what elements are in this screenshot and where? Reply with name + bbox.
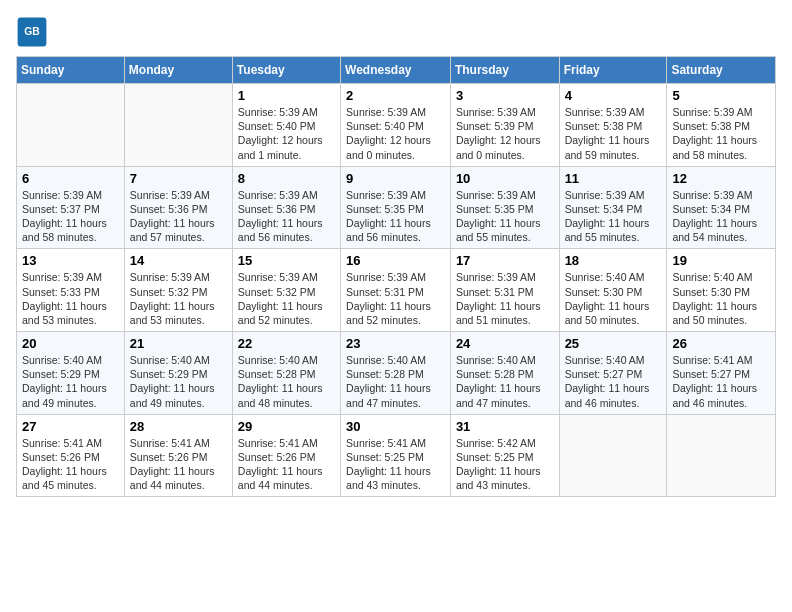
day-info: Sunrise: 5:40 AM Sunset: 5:28 PM Dayligh… <box>346 353 445 410</box>
day-info: Sunrise: 5:40 AM Sunset: 5:28 PM Dayligh… <box>238 353 335 410</box>
day-of-week-header: Wednesday <box>341 57 451 84</box>
calendar-cell: 12Sunrise: 5:39 AM Sunset: 5:34 PM Dayli… <box>667 166 776 249</box>
calendar-cell <box>124 84 232 167</box>
day-info: Sunrise: 5:41 AM Sunset: 5:26 PM Dayligh… <box>22 436 119 493</box>
calendar-cell: 10Sunrise: 5:39 AM Sunset: 5:35 PM Dayli… <box>450 166 559 249</box>
calendar-week-row: 20Sunrise: 5:40 AM Sunset: 5:29 PM Dayli… <box>17 332 776 415</box>
day-number: 28 <box>130 419 227 434</box>
day-info: Sunrise: 5:40 AM Sunset: 5:28 PM Dayligh… <box>456 353 554 410</box>
day-info: Sunrise: 5:39 AM Sunset: 5:31 PM Dayligh… <box>456 270 554 327</box>
calendar-cell: 19Sunrise: 5:40 AM Sunset: 5:30 PM Dayli… <box>667 249 776 332</box>
day-info: Sunrise: 5:40 AM Sunset: 5:30 PM Dayligh… <box>565 270 662 327</box>
calendar-cell: 29Sunrise: 5:41 AM Sunset: 5:26 PM Dayli… <box>232 414 340 497</box>
calendar-cell: 9Sunrise: 5:39 AM Sunset: 5:35 PM Daylig… <box>341 166 451 249</box>
day-info: Sunrise: 5:39 AM Sunset: 5:40 PM Dayligh… <box>346 105 445 162</box>
day-number: 4 <box>565 88 662 103</box>
calendar-header-row: SundayMondayTuesdayWednesdayThursdayFrid… <box>17 57 776 84</box>
calendar-cell: 8Sunrise: 5:39 AM Sunset: 5:36 PM Daylig… <box>232 166 340 249</box>
calendar-cell: 21Sunrise: 5:40 AM Sunset: 5:29 PM Dayli… <box>124 332 232 415</box>
day-number: 18 <box>565 253 662 268</box>
calendar-cell: 28Sunrise: 5:41 AM Sunset: 5:26 PM Dayli… <box>124 414 232 497</box>
day-number: 15 <box>238 253 335 268</box>
day-info: Sunrise: 5:40 AM Sunset: 5:29 PM Dayligh… <box>130 353 227 410</box>
day-info: Sunrise: 5:40 AM Sunset: 5:30 PM Dayligh… <box>672 270 770 327</box>
day-info: Sunrise: 5:39 AM Sunset: 5:34 PM Dayligh… <box>565 188 662 245</box>
day-number: 31 <box>456 419 554 434</box>
calendar-cell: 31Sunrise: 5:42 AM Sunset: 5:25 PM Dayli… <box>450 414 559 497</box>
day-number: 10 <box>456 171 554 186</box>
day-number: 29 <box>238 419 335 434</box>
day-info: Sunrise: 5:39 AM Sunset: 5:39 PM Dayligh… <box>456 105 554 162</box>
day-number: 23 <box>346 336 445 351</box>
day-info: Sunrise: 5:39 AM Sunset: 5:31 PM Dayligh… <box>346 270 445 327</box>
calendar-cell: 5Sunrise: 5:39 AM Sunset: 5:38 PM Daylig… <box>667 84 776 167</box>
day-number: 11 <box>565 171 662 186</box>
day-of-week-header: Sunday <box>17 57 125 84</box>
day-of-week-header: Tuesday <box>232 57 340 84</box>
day-of-week-header: Friday <box>559 57 667 84</box>
day-of-week-header: Thursday <box>450 57 559 84</box>
calendar-cell: 3Sunrise: 5:39 AM Sunset: 5:39 PM Daylig… <box>450 84 559 167</box>
day-info: Sunrise: 5:40 AM Sunset: 5:27 PM Dayligh… <box>565 353 662 410</box>
day-info: Sunrise: 5:39 AM Sunset: 5:35 PM Dayligh… <box>346 188 445 245</box>
day-number: 30 <box>346 419 445 434</box>
calendar-cell: 22Sunrise: 5:40 AM Sunset: 5:28 PM Dayli… <box>232 332 340 415</box>
calendar-cell: 4Sunrise: 5:39 AM Sunset: 5:38 PM Daylig… <box>559 84 667 167</box>
day-info: Sunrise: 5:41 AM Sunset: 5:26 PM Dayligh… <box>130 436 227 493</box>
day-number: 5 <box>672 88 770 103</box>
day-number: 7 <box>130 171 227 186</box>
svg-text:GB: GB <box>24 26 40 37</box>
calendar-cell: 15Sunrise: 5:39 AM Sunset: 5:32 PM Dayli… <box>232 249 340 332</box>
day-info: Sunrise: 5:39 AM Sunset: 5:36 PM Dayligh… <box>238 188 335 245</box>
calendar-cell <box>559 414 667 497</box>
day-info: Sunrise: 5:40 AM Sunset: 5:29 PM Dayligh… <box>22 353 119 410</box>
calendar-cell: 24Sunrise: 5:40 AM Sunset: 5:28 PM Dayli… <box>450 332 559 415</box>
calendar-cell: 26Sunrise: 5:41 AM Sunset: 5:27 PM Dayli… <box>667 332 776 415</box>
day-number: 9 <box>346 171 445 186</box>
day-info: Sunrise: 5:41 AM Sunset: 5:25 PM Dayligh… <box>346 436 445 493</box>
day-number: 24 <box>456 336 554 351</box>
calendar-cell: 20Sunrise: 5:40 AM Sunset: 5:29 PM Dayli… <box>17 332 125 415</box>
calendar-cell: 16Sunrise: 5:39 AM Sunset: 5:31 PM Dayli… <box>341 249 451 332</box>
day-number: 1 <box>238 88 335 103</box>
day-number: 17 <box>456 253 554 268</box>
day-number: 8 <box>238 171 335 186</box>
calendar-cell: 30Sunrise: 5:41 AM Sunset: 5:25 PM Dayli… <box>341 414 451 497</box>
calendar-cell: 23Sunrise: 5:40 AM Sunset: 5:28 PM Dayli… <box>341 332 451 415</box>
day-number: 14 <box>130 253 227 268</box>
calendar-week-row: 1Sunrise: 5:39 AM Sunset: 5:40 PM Daylig… <box>17 84 776 167</box>
day-info: Sunrise: 5:39 AM Sunset: 5:38 PM Dayligh… <box>565 105 662 162</box>
calendar-cell: 17Sunrise: 5:39 AM Sunset: 5:31 PM Dayli… <box>450 249 559 332</box>
day-number: 2 <box>346 88 445 103</box>
day-info: Sunrise: 5:41 AM Sunset: 5:27 PM Dayligh… <box>672 353 770 410</box>
calendar-table: SundayMondayTuesdayWednesdayThursdayFrid… <box>16 56 776 497</box>
day-number: 20 <box>22 336 119 351</box>
calendar-cell: 18Sunrise: 5:40 AM Sunset: 5:30 PM Dayli… <box>559 249 667 332</box>
day-info: Sunrise: 5:39 AM Sunset: 5:34 PM Dayligh… <box>672 188 770 245</box>
calendar-cell: 2Sunrise: 5:39 AM Sunset: 5:40 PM Daylig… <box>341 84 451 167</box>
calendar-cell: 25Sunrise: 5:40 AM Sunset: 5:27 PM Dayli… <box>559 332 667 415</box>
calendar-cell: 27Sunrise: 5:41 AM Sunset: 5:26 PM Dayli… <box>17 414 125 497</box>
calendar-cell: 13Sunrise: 5:39 AM Sunset: 5:33 PM Dayli… <box>17 249 125 332</box>
logo: GB <box>16 16 52 48</box>
day-number: 25 <box>565 336 662 351</box>
day-number: 19 <box>672 253 770 268</box>
day-number: 22 <box>238 336 335 351</box>
day-number: 27 <box>22 419 119 434</box>
day-number: 16 <box>346 253 445 268</box>
day-number: 12 <box>672 171 770 186</box>
calendar-cell: 6Sunrise: 5:39 AM Sunset: 5:37 PM Daylig… <box>17 166 125 249</box>
day-info: Sunrise: 5:39 AM Sunset: 5:38 PM Dayligh… <box>672 105 770 162</box>
day-info: Sunrise: 5:39 AM Sunset: 5:32 PM Dayligh… <box>130 270 227 327</box>
calendar-cell <box>667 414 776 497</box>
calendar-body: 1Sunrise: 5:39 AM Sunset: 5:40 PM Daylig… <box>17 84 776 497</box>
calendar-cell: 7Sunrise: 5:39 AM Sunset: 5:36 PM Daylig… <box>124 166 232 249</box>
calendar-cell: 14Sunrise: 5:39 AM Sunset: 5:32 PM Dayli… <box>124 249 232 332</box>
day-number: 13 <box>22 253 119 268</box>
calendar-week-row: 6Sunrise: 5:39 AM Sunset: 5:37 PM Daylig… <box>17 166 776 249</box>
day-of-week-header: Saturday <box>667 57 776 84</box>
day-number: 6 <box>22 171 119 186</box>
page-header: GB <box>16 16 776 48</box>
day-info: Sunrise: 5:39 AM Sunset: 5:32 PM Dayligh… <box>238 270 335 327</box>
day-info: Sunrise: 5:39 AM Sunset: 5:35 PM Dayligh… <box>456 188 554 245</box>
